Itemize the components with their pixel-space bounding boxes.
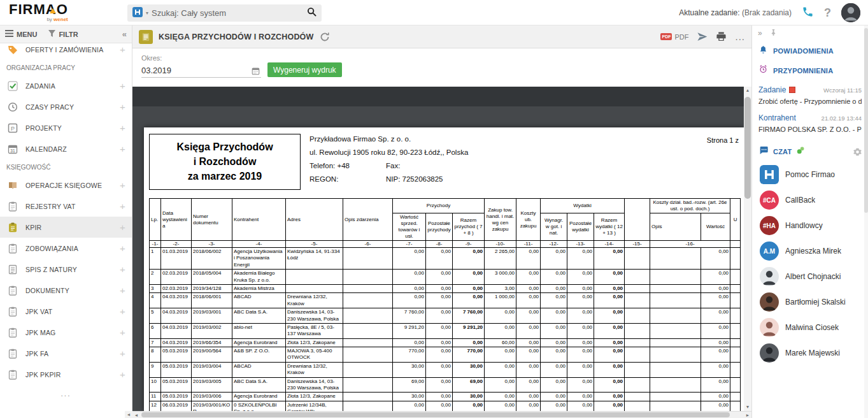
chat-settings-icon[interactable] [853,148,862,156]
pdf-preview: Księga Przychodów i Rozchodów za marzec … [132,87,751,411]
add-icon[interactable]: + [120,349,125,358]
add-icon[interactable]: + [120,306,125,316]
help-icon[interactable]: ? [824,6,831,20]
chat-header[interactable]: CZAT [752,140,868,162]
right-panel-scroll-thumb[interactable] [864,28,868,213]
sidebar-item-jpk-fa[interactable]: JPK FA+ [0,343,132,364]
phone-icon[interactable] [802,6,814,20]
col-num: -10- [485,241,516,248]
kpir-cell [730,323,741,338]
refresh-icon[interactable] [320,32,330,42]
col-header-lp: Lp. [150,199,161,241]
kpir-table-row: 202.03.20192018/05/004Akademia Białego K… [150,270,741,285]
horizontal-scroll-thumb[interactable] [141,412,730,417]
sidebar-section-księgowość: KSIĘGOWOŚĆ [0,159,132,175]
print-icon[interactable] [716,31,727,42]
reminders-link[interactable]: PRZYPOMNIENIA [752,61,868,80]
preview-vertical-scrollbar[interactable]: ▲ ▼ [744,87,751,411]
sidebar-item-oferty-i-zamówienia[interactable]: OFERTY I ZAMÓWIENIA+ [0,43,132,60]
search-input[interactable] [152,8,304,18]
add-icon[interactable]: + [120,201,125,211]
kpir-cell: 0,00 [541,293,567,308]
notification-text: Zrobić ofertę - Przypomnienie o d... [758,97,862,105]
add-icon[interactable]: + [120,264,125,274]
chat-contact-malwina-ciosek[interactable]: Malwina Ciosek [752,315,868,340]
funnel-icon[interactable] [48,30,55,38]
notification-type-link[interactable]: Kontrahent [758,113,796,122]
chat-contact-marek-majewski[interactable]: Marek Majewski [752,340,868,366]
collapse-sidebar-icon[interactable]: « [122,29,127,39]
notification-item[interactable]: Kontrahent21.02.19 13:44FIRMAO POLSKA SP… [752,110,868,138]
export-pdf-button[interactable]: PDF PDF [660,33,688,41]
send-icon[interactable] [697,31,708,42]
sidebar-item-rejestry-vat[interactable]: REJESTRY VAT+ [0,196,132,217]
sidebar-item-projekty[interactable]: PPROJEKTY+ [0,117,132,138]
scroll-right-icon[interactable]: ► [744,412,751,418]
vertical-scroll-thumb[interactable] [744,97,751,199]
scroll-up-icon[interactable]: ▲ [744,87,751,94]
expand-panel-icon[interactable]: » [758,29,762,38]
notifications-link[interactable]: POWIADOMIENIA [752,41,868,61]
period-input[interactable] [141,64,243,77]
sidebar-item-zobowiązania[interactable]: ZOBOWIĄZANIA+ [0,238,132,259]
sidebar-item-label: JPK PKPIR [25,371,120,378]
calendar-icon[interactable] [252,66,260,78]
sidebar-item-jpk-mag[interactable]: JPK MAG+ [0,322,132,343]
chat-contact-albert-chojnacki[interactable]: Albert Chojnacki [752,264,868,289]
kpir-cell: 0,00 [567,270,594,285]
chevron-down-icon[interactable]: ▾ [146,10,148,16]
sidebar-item-label: DOKUMENTY [25,287,120,294]
kpir-cell: 0,00 [594,323,625,338]
sidebar-more[interactable]: ... [0,389,132,398]
kpir-cell: 04.03.2019 [161,308,192,324]
sidebar-item-spis-z-natury[interactable]: SPIS Z NATURY+ [0,259,132,280]
chat-contact-handlowcy[interactable]: #HAHandlowcy [752,213,868,238]
sidebar-item-operacje-księgowe[interactable]: OPERACJE KSIĘGOWE+ [0,175,132,196]
add-icon[interactable]: + [120,328,125,337]
kpir-cell: 0,00 [453,284,485,292]
add-icon[interactable]: + [120,144,125,154]
sidebar-item-czasy-pracy[interactable]: CZASY PRACY+ [0,96,132,117]
more-actions-button[interactable]: ... [735,34,745,40]
col-num: -3- [192,241,232,248]
kpir-table-row: 404.03.20192018/06/001ABCADDrewniana 12/… [150,293,741,308]
add-icon[interactable]: + [120,81,125,90]
add-icon[interactable]: + [120,123,125,133]
kpir-cell: 69,00 [393,377,426,393]
add-icon[interactable]: + [120,45,125,54]
chat-contact-pomoc-firmao[interactable]: Pomoc Firmao [752,162,868,187]
global-search[interactable]: ▾ [127,4,322,22]
sidebar-item-zadania[interactable]: ZADANIA+ [0,75,132,96]
add-icon[interactable]: + [120,370,125,379]
chat-contact-bartłomiej-skalski[interactable]: Bartłomiej Skalski [752,289,868,315]
notification-item[interactable]: ZadanieWczoraj 11:15Zrobić ofertę - Przy… [752,82,868,110]
scroll-left-icon[interactable]: ◄ [132,412,140,418]
tab-menu[interactable]: MENU [17,31,37,38]
scroll-down-icon[interactable]: ▼ [744,403,751,411]
sidebar-item-dokumenty[interactable]: DOKUMENTY+ [0,280,132,301]
tab-filter[interactable]: FILTR [59,31,78,38]
firmao-mini-icon[interactable] [132,7,143,20]
hamburger-icon[interactable] [5,30,13,38]
sidebar-item-jpk-vat[interactable]: JPK VAT+ [0,301,132,322]
user-avatar[interactable] [841,3,860,22]
add-icon[interactable]: + [120,180,125,190]
pin-panel-icon[interactable] [770,29,777,38]
horizontal-scrollbar[interactable]: ◄ ► [132,411,751,418]
add-icon[interactable]: + [120,285,125,295]
sidebar-item-jpk-pkpir[interactable]: JPK PKPIR+ [0,364,132,385]
scroll-left-corner-icon[interactable]: ◄ [125,411,132,418]
right-panel-scrollbar[interactable] [864,25,868,418]
search-icon[interactable] [307,7,317,19]
generate-printout-button[interactable]: Wygeneruj wydruk [267,62,342,77]
col-header-data: Data wystawienia [161,199,192,241]
sidebar-item-kpir[interactable]: KPIR+ [0,217,132,238]
firmao-logo[interactable]: FIRMAO by wenet [9,3,68,22]
chat-contact-agnieszka-mirek[interactable]: A.MAgnieszka Mirek [752,238,868,264]
add-icon[interactable]: + [120,102,125,112]
add-icon[interactable]: + [120,222,125,232]
notification-type-link[interactable]: Zadanie [758,85,786,94]
add-icon[interactable]: + [120,243,125,253]
chat-contact-callback[interactable]: #CACallBack [752,187,868,213]
sidebar-item-kalendarz[interactable]: 31KALENDARZ+ [0,138,132,159]
